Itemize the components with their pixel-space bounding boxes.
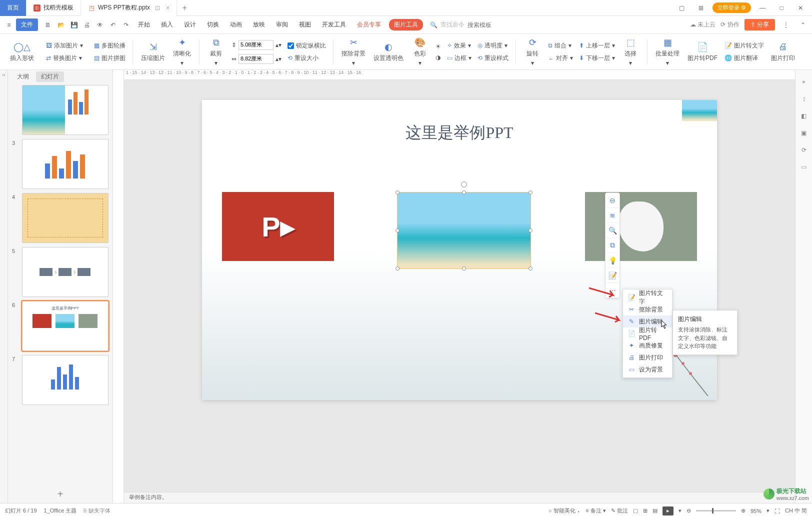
tp-pane-icon[interactable]: ▭ [799, 162, 809, 172]
to-text-button[interactable]: 📝图片转文字 [722, 40, 766, 51]
new-tab-button[interactable]: + [177, 4, 192, 12]
menu-transition[interactable]: 切换 [202, 18, 224, 31]
color-button[interactable]: 🎨色彩 ▾ [408, 35, 432, 68]
undo-icon[interactable]: ↶ [107, 19, 119, 31]
slide-thumb-3[interactable] [22, 139, 108, 189]
print-icon[interactable]: 🖨 [81, 19, 93, 31]
multi-outline-button[interactable]: ▦多图轮播 [92, 40, 128, 51]
tab-home[interactable]: 首页 [0, 0, 26, 16]
beautify-button[interactable]: ⟐ 智能美化 ▾ [548, 507, 580, 514]
align-button[interactable]: ⫠对齐 ▾ [546, 53, 575, 64]
slide-thumb-6[interactable]: 这里是举例PPT [22, 301, 108, 351]
tab-outline[interactable]: 大纲 [12, 72, 34, 82]
ctx-to-text[interactable]: 📝图片转文字 [623, 292, 672, 304]
width-field[interactable]: ⇔▴▾ [230, 53, 284, 65]
ctx-to-pdf[interactable]: 📄图片转PDF [623, 328, 672, 340]
cloud-status[interactable]: ☁ 未上云 [690, 20, 716, 29]
resize-handle[interactable] [396, 266, 400, 270]
menu-animation[interactable]: 动画 [225, 18, 247, 31]
translate-button[interactable]: 🌐图片翻译 [722, 53, 766, 64]
resize-handle[interactable] [528, 266, 532, 270]
tp-animation-icon[interactable]: ⟳ [799, 145, 809, 155]
zoom-out-button[interactable]: ⊖ [686, 508, 691, 514]
layout-icon[interactable]: ▢ [674, 4, 690, 12]
add-slide-button[interactable]: + [8, 486, 112, 503]
file-menu[interactable]: 文件 [16, 18, 38, 31]
tab-slides[interactable]: 幻灯片 [36, 72, 64, 82]
sharpen-button[interactable]: ✦清晰化 ▾ [170, 35, 194, 68]
zoom-value[interactable]: 95% [750, 508, 762, 514]
slide-thumb-7[interactable] [22, 355, 108, 405]
batch-button[interactable]: ▦批量处理 ▾ [652, 35, 682, 68]
add-picture-button[interactable]: 🖼添加图片 ▾ [44, 40, 85, 51]
resize-handle[interactable] [528, 190, 532, 194]
to-pdf-button[interactable]: 📄图片转PDF [684, 40, 720, 64]
pic-merge-button[interactable]: ▤图片拼图 [92, 53, 128, 64]
thumbnail-list[interactable]: 3★ 4 5››★🔊 6这里是举例PPT 7 [8, 83, 112, 486]
menu-icon[interactable]: ≡ [3, 19, 15, 31]
tp-layers-icon[interactable]: ▣ [799, 128, 809, 138]
more-icon[interactable]: ⋮ [780, 19, 792, 31]
select-button[interactable]: ⬚选择 ▾ [619, 35, 642, 68]
tp-settings-icon[interactable]: ⟟ [799, 94, 809, 104]
pic-print-button[interactable]: 🖨图片打印 [768, 40, 798, 64]
view-sorter-icon[interactable]: ⊞ [643, 508, 648, 514]
slide-stage[interactable]: 这里是举例PPT P▸ ⊖ ≋ [124, 80, 795, 492]
menu-insert[interactable]: 插入 [156, 18, 178, 31]
menu-slideshow[interactable]: 放映 [248, 18, 270, 31]
apps-icon[interactable]: ⊞ [694, 4, 708, 12]
lock-ratio-checkbox[interactable]: 锁定纵横比 [286, 40, 328, 51]
picture-tools-tab[interactable]: 图片工具 [389, 19, 423, 30]
slide-title-text[interactable]: 这里是举例PPT [202, 122, 717, 144]
chevron-up-icon[interactable]: ⌃ [797, 19, 809, 31]
close-icon[interactable]: × [166, 4, 170, 12]
tp-style-icon[interactable]: ◧ [799, 111, 809, 121]
ctx-set-bg[interactable]: ▭设为背景 [623, 364, 672, 376]
reset-size-button[interactable]: ⟲重设大小 [286, 53, 328, 64]
share-button[interactable]: ⇪ 分享 [744, 19, 775, 30]
corner-image[interactable] [682, 100, 717, 121]
rotate-handle[interactable] [461, 182, 467, 188]
replace-picture-button[interactable]: ⇄替换图片 ▾ [44, 53, 85, 64]
view-reading-icon[interactable]: ▤ [652, 508, 658, 514]
transparency-button[interactable]: ◎透明度 ▾ [476, 40, 510, 51]
minimize-button[interactable]: — [755, 4, 770, 12]
collapse-panel-button[interactable]: ‹‹ [0, 70, 8, 503]
slide-thumb-4[interactable] [22, 193, 108, 243]
combine-button[interactable]: ⧉组合 ▾ [546, 40, 575, 51]
login-button[interactable]: 立即登录 ⚙ [712, 2, 751, 13]
notes-button[interactable]: ≡ 备注 ▾ [586, 507, 606, 514]
crop-button[interactable]: ⧉裁剪 ▾ [204, 35, 228, 68]
resize-handle[interactable] [462, 190, 466, 194]
reset-style-button[interactable]: ⟲重设样式 [476, 53, 510, 64]
view-normal-icon[interactable]: ▢ [633, 508, 638, 514]
missing-font-button[interactable]: ⎘ 缺失字体 [84, 507, 110, 514]
menu-view[interactable]: 视图 [294, 18, 316, 31]
resize-handle[interactable] [462, 266, 466, 270]
tab-document[interactable]: ◳ WPS PPT教程.pptx ⊡ × [81, 0, 177, 16]
preview-icon[interactable]: 👁 [94, 19, 106, 31]
float-minus-button[interactable]: ⊖ [606, 193, 620, 208]
move-up-button[interactable]: ⬆上移一层 ▾ [577, 40, 617, 51]
resize-handle[interactable] [528, 228, 532, 232]
height-field[interactable]: ⇕▴▾ [230, 39, 284, 51]
float-crop-button[interactable]: ⧉ [606, 238, 620, 253]
coop-button[interactable]: ⟳ 协作 [720, 20, 739, 29]
zoom-slider[interactable] [696, 510, 736, 512]
float-zoom-button[interactable]: 🔍 [606, 223, 620, 238]
close-button[interactable]: ✕ [793, 4, 808, 12]
menu-member[interactable]: 会员专享 [352, 18, 386, 31]
open-icon[interactable]: 📂 [55, 19, 67, 31]
effect-button[interactable]: ✧效果 ▾ [445, 40, 474, 51]
slideshow-button[interactable]: ▸ [662, 506, 674, 516]
float-more-button[interactable]: ⋯ [606, 283, 620, 298]
move-down-button[interactable]: ⬇下移一层 ▾ [577, 53, 617, 64]
tp-find-icon[interactable]: ⌖ [799, 77, 809, 87]
fit-button[interactable]: ⛶ [774, 508, 780, 514]
image-beach-selected[interactable] [397, 192, 531, 269]
zoom-in-button[interactable]: ⊕ [741, 508, 746, 514]
contrast-button[interactable]: ◑ [434, 53, 443, 62]
menu-devtools[interactable]: 开发工具 [317, 18, 351, 31]
set-transparent-button[interactable]: ◐设置透明色 [370, 40, 406, 64]
remove-bg-button[interactable]: ✂抠除背景 ▾ [338, 35, 368, 68]
